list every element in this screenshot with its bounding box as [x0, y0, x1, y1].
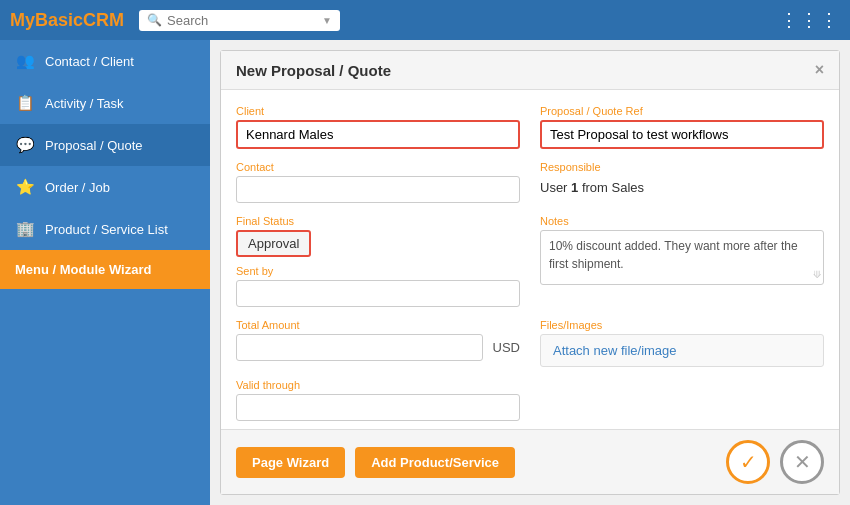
notes-field: Notes 10% discount added. They want more… — [540, 215, 824, 307]
notes-resize-handle: ⟱ — [813, 267, 821, 282]
sidebar-label-order: Order / Job — [45, 180, 110, 195]
empty-col — [540, 379, 824, 421]
footer-right: ✓ ✕ — [726, 440, 824, 484]
files-section: Attach new file/image — [540, 334, 824, 367]
page-wizard-button[interactable]: Page Wizard — [236, 447, 345, 478]
proposal-panel: New Proposal / Quote × Client Proposal /… — [220, 50, 840, 495]
final-status-label: Final Status — [236, 215, 520, 227]
panel-footer: Page Wizard Add Product/Service ✓ ✕ — [221, 429, 839, 494]
close-button[interactable]: × — [815, 61, 824, 79]
grid-icon[interactable]: ⋮⋮⋮ — [780, 9, 840, 31]
sidebar-label-proposal: Proposal / Quote — [45, 138, 143, 153]
form-row-5: Valid through — [236, 379, 824, 421]
search-icon: 🔍 — [147, 13, 162, 27]
cancel-button[interactable]: ✕ — [780, 440, 824, 484]
responsible-value: User 1 from Sales — [540, 176, 824, 199]
client-field: Client — [236, 105, 520, 149]
activity-icon: 📋 — [15, 94, 35, 112]
panel-header: New Proposal / Quote × — [221, 51, 839, 90]
contact-icon: 👥 — [15, 52, 35, 70]
confirm-icon: ✓ — [740, 450, 757, 474]
sidebar-item-proposal[interactable]: 💬 Proposal / Quote — [0, 124, 210, 166]
amount-field: Total Amount USD — [236, 319, 520, 367]
form-row-4: Total Amount USD Files/Images Attach new… — [236, 319, 824, 367]
amount-row: USD — [236, 334, 520, 361]
amount-input[interactable] — [236, 334, 483, 361]
form-row-3: Final Status Approval Sent by Notes 10% … — [236, 215, 824, 307]
search-dropdown-icon[interactable]: ▼ — [322, 15, 332, 26]
sidebar-item-product[interactable]: 🏢 Product / Service List — [0, 208, 210, 250]
logo-text: MyBasic — [10, 10, 83, 30]
valid-through-input[interactable] — [236, 394, 520, 421]
footer-left: Page Wizard Add Product/Service — [236, 447, 515, 478]
sidebar-label-product: Product / Service List — [45, 222, 168, 237]
top-navigation: MyBasicCRM 🔍 ▼ ⋮⋮⋮ — [0, 0, 850, 40]
cancel-icon: ✕ — [794, 450, 811, 474]
product-icon: 🏢 — [15, 220, 35, 238]
sent-by-label: Sent by — [236, 265, 520, 277]
confirm-button[interactable]: ✓ — [726, 440, 770, 484]
sidebar-label-contact: Contact / Client — [45, 54, 134, 69]
valid-through-field: Valid through — [236, 379, 520, 421]
contact-field: Contact — [236, 161, 520, 203]
responsible-field: Responsible User 1 from Sales — [540, 161, 824, 203]
valid-through-label: Valid through — [236, 379, 520, 391]
sidebar-item-order[interactable]: ⭐ Order / Job — [0, 166, 210, 208]
menu-wizard-label: Menu / Module Wizard — [15, 262, 151, 277]
proposal-ref-field: Proposal / Quote Ref — [540, 105, 824, 149]
proposal-ref-input[interactable] — [540, 120, 824, 149]
notes-label: Notes — [540, 215, 824, 227]
final-status-field: Final Status Approval Sent by — [236, 215, 520, 307]
order-icon: ⭐ — [15, 178, 35, 196]
search-bar[interactable]: 🔍 ▼ — [139, 10, 340, 31]
notes-text: 10% discount added. They want more after… — [549, 239, 798, 271]
sidebar-label-activity: Activity / Task — [45, 96, 124, 111]
sidebar: 👥 Contact / Client 📋 Activity / Task 💬 P… — [0, 40, 210, 505]
files-label: Files/Images — [540, 319, 824, 331]
panel-body: Client Proposal / Quote Ref Contact — [221, 90, 839, 429]
panel-title: New Proposal / Quote — [236, 62, 391, 79]
main-layout: 👥 Contact / Client 📋 Activity / Task 💬 P… — [0, 40, 850, 505]
sidebar-item-contact[interactable]: 👥 Contact / Client — [0, 40, 210, 82]
attach-link[interactable]: Attach new file/image — [553, 343, 677, 358]
client-input[interactable] — [236, 120, 520, 149]
logo: MyBasicCRM — [10, 10, 124, 31]
contact-input[interactable] — [236, 176, 520, 203]
client-label: Client — [236, 105, 520, 117]
add-product-button[interactable]: Add Product/Service — [355, 447, 515, 478]
proposal-ref-label: Proposal / Quote Ref — [540, 105, 824, 117]
files-field: Files/Images Attach new file/image — [540, 319, 824, 367]
sent-by-input[interactable] — [236, 280, 520, 307]
main-content: New Proposal / Quote × Client Proposal /… — [210, 40, 850, 505]
notes-area: 10% discount added. They want more after… — [540, 230, 824, 285]
form-row-1: Client Proposal / Quote Ref — [236, 105, 824, 149]
status-badge: Approval — [236, 230, 311, 257]
currency-label: USD — [493, 340, 520, 355]
logo-accent: CRM — [83, 10, 124, 30]
menu-wizard-button[interactable]: Menu / Module Wizard — [0, 250, 210, 289]
proposal-icon: 💬 — [15, 136, 35, 154]
sidebar-item-activity[interactable]: 📋 Activity / Task — [0, 82, 210, 124]
search-input[interactable] — [167, 13, 317, 28]
total-amount-label: Total Amount — [236, 319, 520, 331]
form-row-2: Contact Responsible User 1 from Sales — [236, 161, 824, 203]
contact-label: Contact — [236, 161, 520, 173]
responsible-label: Responsible — [540, 161, 824, 173]
